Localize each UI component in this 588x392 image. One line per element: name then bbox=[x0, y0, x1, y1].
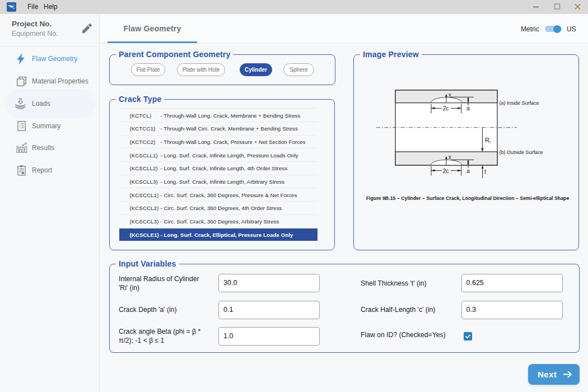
svg-text:a: a bbox=[466, 167, 470, 174]
svg-text:x: x bbox=[449, 154, 451, 160]
svg-text:(a) Inside Surface: (a) Inside Surface bbox=[500, 100, 539, 106]
svg-text:a: a bbox=[466, 105, 470, 111]
svg-text:t: t bbox=[484, 168, 486, 175]
svg-text:2c: 2c bbox=[443, 167, 449, 174]
svg-text:(b) Outside Surface: (b) Outside Surface bbox=[500, 150, 543, 155]
svg-text:2c: 2c bbox=[443, 105, 449, 111]
